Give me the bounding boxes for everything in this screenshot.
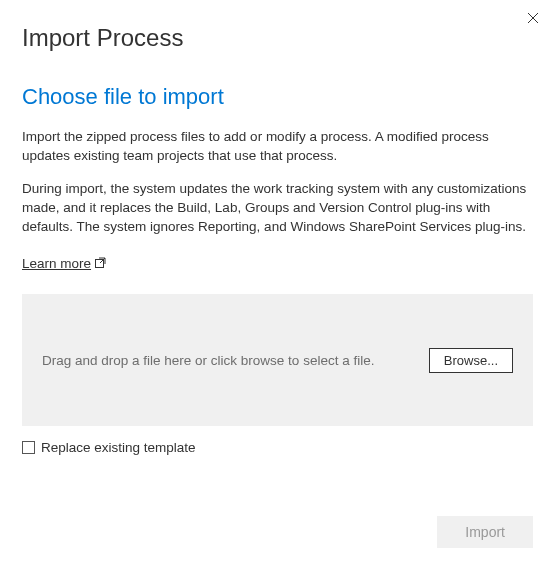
close-button[interactable]	[525, 10, 541, 26]
learn-more-label: Learn more	[22, 256, 91, 271]
section-title: Choose file to import	[22, 84, 533, 110]
close-icon	[527, 12, 539, 24]
import-button[interactable]: Import	[437, 516, 533, 548]
replace-template-checkbox[interactable]	[22, 441, 35, 454]
page-title: Import Process	[22, 24, 533, 52]
browse-button[interactable]: Browse...	[429, 348, 513, 373]
file-dropzone[interactable]: Drag and drop a file here or click brows…	[22, 294, 533, 426]
external-link-icon	[95, 257, 106, 270]
svg-line-3	[100, 258, 105, 263]
replace-template-row: Replace existing template	[22, 440, 533, 455]
learn-more-link[interactable]: Learn more	[22, 256, 106, 271]
dropzone-hint: Drag and drop a file here or click brows…	[42, 353, 374, 368]
description-text-2: During import, the system updates the wo…	[22, 180, 533, 237]
replace-template-label: Replace existing template	[41, 440, 196, 455]
description-text-1: Import the zipped process files to add o…	[22, 128, 533, 166]
